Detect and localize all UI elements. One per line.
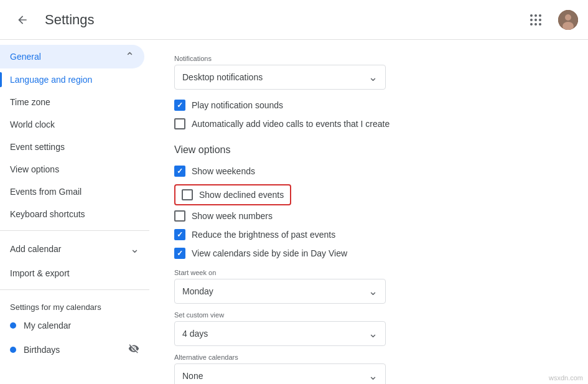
view-side-by-side-checkbox[interactable] [174, 248, 185, 259]
my-calendar-dot [10, 322, 16, 329]
apps-button[interactable] [523, 7, 548, 32]
header: Settings [0, 0, 588, 40]
watermark: wsxdn.com [549, 374, 583, 382]
alt-calendars-arrow-icon: ⌄ [368, 369, 378, 383]
start-week-item: Start week on Monday ⌄ [174, 269, 563, 304]
show-declined-highlight: Show declined events [174, 184, 291, 205]
start-week-arrow-icon: ⌄ [368, 284, 378, 298]
start-week-select[interactable]: Monday ⌄ [174, 279, 386, 304]
notifications-value: Desktop notifications [182, 72, 263, 82]
birthdays-dot [10, 347, 16, 353]
sidebar: General ⌃ Language and region Time zone … [0, 40, 149, 384]
settings-for-label: Settings for my calendars [0, 295, 149, 314]
dropdown-group: Start week on Monday ⌄ Set custom view 4… [174, 269, 563, 384]
show-weekends-checkbox[interactable] [174, 166, 185, 177]
chevron-up-icon: ⌃ [125, 50, 134, 63]
start-week-label: Start week on [174, 269, 563, 276]
view-side-by-side-label[interactable]: View calendars side by side in Day View [174, 248, 347, 259]
hidden-icon [128, 343, 139, 357]
view-side-by-side-row: View calendars side by side in Day View [174, 248, 563, 259]
page-title: Settings [45, 12, 95, 28]
header-left: Settings [10, 7, 95, 32]
main-layout: General ⌃ Language and region Time zone … [0, 40, 588, 384]
show-declined-checkbox[interactable] [182, 189, 193, 200]
svg-point-1 [565, 14, 571, 21]
sidebar-import-export[interactable]: Import & export [0, 262, 144, 284]
auto-video-checkbox[interactable] [174, 118, 185, 129]
sidebar-birthdays[interactable]: Birthdays [0, 337, 149, 363]
sidebar-item-eventsettings[interactable]: Event settings [0, 136, 144, 158]
sidebar-general-label: General [10, 52, 41, 62]
custom-view-select[interactable]: 4 days ⌄ [174, 321, 386, 346]
chevron-down-icon: ⌄ [130, 242, 139, 256]
alt-calendars-item: Alternative calendars None ⌄ [174, 354, 563, 384]
back-button[interactable] [10, 7, 35, 32]
alt-calendars-select[interactable]: None ⌄ [174, 363, 386, 384]
notifications-row: Notifications Desktop notifications ⌄ [174, 55, 563, 90]
show-weekends-label[interactable]: Show weekends [174, 166, 255, 177]
start-week-value: Monday [182, 286, 213, 296]
custom-view-item: Set custom view 4 days ⌄ [174, 311, 563, 346]
sidebar-item-worldclock[interactable]: World clock [0, 113, 144, 136]
notifications-arrow-icon: ⌄ [368, 70, 378, 84]
sidebar-my-calendar[interactable]: My calendar [0, 314, 149, 337]
show-week-numbers-checkbox[interactable] [174, 210, 185, 222]
play-sounds-label[interactable]: Play notification sounds [174, 100, 283, 111]
sidebar-divider-2 [0, 289, 149, 290]
reduce-brightness-label[interactable]: Reduce the brightness of past events [174, 229, 335, 240]
notifications-label: Notifications [174, 55, 563, 62]
avatar-image [558, 10, 578, 30]
header-right [523, 7, 578, 32]
notifications-select[interactable]: Desktop notifications ⌄ [174, 65, 386, 90]
sidebar-item-viewoptions[interactable]: View options [0, 158, 144, 180]
show-week-numbers-label[interactable]: Show week numbers [174, 210, 273, 222]
sidebar-add-calendar[interactable]: Add calendar ⌄ [0, 236, 149, 262]
view-options-title: View options [174, 144, 563, 156]
avatar[interactable] [558, 10, 578, 30]
sidebar-item-language[interactable]: Language and region [0, 68, 144, 91]
content-area: Notifications Desktop notifications ⌄ Pl… [149, 40, 588, 384]
alt-calendars-label: Alternative calendars [174, 354, 563, 361]
show-declined-row: Show declined events [174, 184, 563, 208]
sidebar-item-timezone[interactable]: Time zone [0, 91, 144, 113]
reduce-brightness-row: Reduce the brightness of past events [174, 229, 563, 240]
sidebar-item-eventsgmail[interactable]: Events from Gmail [0, 180, 144, 203]
alt-calendars-value: None [182, 371, 203, 381]
sidebar-general-header[interactable]: General ⌃ [0, 45, 144, 68]
auto-video-label[interactable]: Automatically add video calls to events … [174, 118, 390, 129]
show-weekends-row: Show weekends [174, 166, 563, 177]
play-sounds-checkbox[interactable] [174, 100, 185, 111]
grid-dots-icon [530, 14, 541, 26]
reduce-brightness-checkbox[interactable] [174, 229, 185, 240]
custom-view-label: Set custom view [174, 311, 563, 319]
sidebar-divider-1 [0, 230, 149, 231]
play-sounds-row: Play notification sounds [174, 100, 563, 111]
custom-view-value: 4 days [182, 329, 208, 339]
custom-view-arrow-icon: ⌄ [368, 327, 378, 340]
sidebar-item-keyboard[interactable]: Keyboard shortcuts [0, 203, 144, 225]
show-week-numbers-row: Show week numbers [174, 210, 563, 222]
auto-video-row: Automatically add video calls to events … [174, 118, 563, 129]
